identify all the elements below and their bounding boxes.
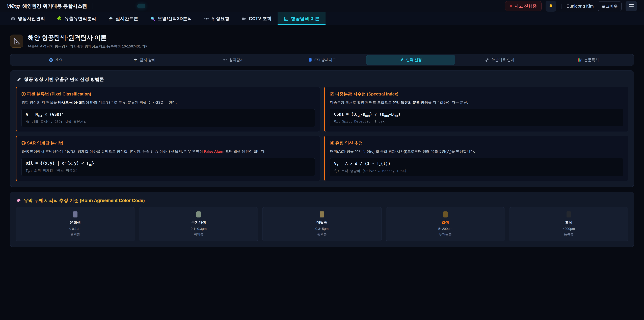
tab-label: 영상사진관리 [18,16,45,22]
theory-tab[interactable]: 면적 산정 [366,55,455,65]
subnav-tab[interactable]: 영상사진관리 [4,13,51,25]
subnav-tab[interactable]: CCTV 조회 [236,13,278,25]
subnav-tab[interactable]: 오염/선박3D분석 [144,13,198,25]
method-card: ④ 유량 역산 추정 면적(A)과 평균 유막 두께(d) 및 풍화 경과 시간… [324,136,628,181]
nav-item[interactable] [128,4,136,9]
methods-heading: 항공 영상 기반 유출유 면적 산정 방법론 [16,76,628,82]
palette-icon [16,198,21,203]
status-dot-icon [510,5,512,7]
pencil-icon [16,77,21,82]
formula-caption: Oil Spill Detection Index [334,119,619,123]
tab-icon [242,16,246,21]
formula: V0 = A × d / (1 - fe(t)) [334,161,619,167]
method-title: ④ 유량 역산 추정 [330,140,623,146]
theory-tab[interactable]: 탐지 장비 [100,55,189,65]
nav-item[interactable] [98,4,106,9]
theory-tab[interactable]: 논문특허 [544,55,633,65]
tab-icon [49,58,53,62]
layer-label: 두꺼운층 [388,232,503,237]
formula: Oil = {(x,y) | σ°(x,y) < Tth} [26,161,310,166]
formula-caption: N: 기름 픽셀수, GSD: 지상 표본거리 [26,120,310,124]
tab-icon [10,16,16,21]
tab-label: 탐지 장비 [140,57,156,62]
bonn-heading-text: 유막 두께 시각적 추정 기준 (Bonn Agreement Color Co… [24,197,145,204]
topbar: Wing 해양환경 위기대응 통합시스템 사고 진행중 Eunjeong Kim… [0,0,644,13]
theory-tab[interactable]: 확산예측 연계 [455,55,544,65]
page-subtitle: 유출유 원격탐지·항공감시 기법·ESI 방제정보지도·등록특허 10-1567… [28,44,149,49]
incident-status-label: 사고 진행중 [514,3,537,9]
method-cards: ① 픽셀 분류법 (Pixel Classification) 광학 영상의 각… [16,87,628,181]
logo-mark: Wing [7,3,20,10]
sub-nav: 영상사진관리 유출유면적분석 실시간드론 오염/선박3D분석 위성요청 CCTV… [0,13,644,25]
tab-icon [57,16,62,21]
nav-item[interactable] [157,4,165,9]
tab-label: 유출유면적분석 [64,16,96,22]
formula-caption: fe: 누적 증발비 (Stiver & Mackay 1984) [334,169,619,173]
tab-label: 항공탐색 이론 [291,16,320,22]
theory-tab[interactable]: 개요 [11,55,100,65]
thickness-card: 갈색 5~200μm 두꺼운층 [386,207,505,241]
menu-button[interactable] [626,1,637,12]
logout-button[interactable]: 로그아웃 [598,2,622,11]
tab-label: 실시간드론 [116,16,138,22]
notifications-button[interactable] [546,1,556,12]
subnav-tab[interactable]: 항공탐색 이론 [278,13,326,25]
main-nav [98,4,180,9]
color-swatch [320,211,324,217]
tab-icon [108,16,113,21]
color-name: 갈색 [388,220,503,225]
tab-label: CCTV 조회 [249,16,272,22]
theory-tab[interactable]: ESI 방제지도 [278,55,366,65]
tab-icon [150,16,155,21]
thickness-range: 0.1~0.3μm [141,227,256,231]
formula: A = Noil × (GSD)2 [26,112,310,117]
app-logo: Wing 해양환경 위기대응 통합시스템 [7,3,87,10]
tab-label: 오염/선박3D분석 [158,16,192,22]
method-description: 면적(A)과 평균 유막 두께(d) 및 풍화 경과 시간(t)으로부터 원래 … [330,149,623,155]
subnav-tab[interactable]: 위성요청 [198,13,236,25]
layer-label: 농축층 [511,232,626,237]
nav-item[interactable] [108,4,116,9]
formula-caption: Tth: 최적 임계값 (국소 적응형) [26,168,310,173]
thickness-range: 0.3~5μm [264,227,380,231]
color-swatch [73,211,78,217]
set-square-icon [13,37,20,45]
tab-icon [284,16,289,21]
nav-item[interactable] [172,4,180,9]
tab-label: 면적 산정 [406,57,422,62]
divider [92,3,93,9]
tab-label: 확산예측 연계 [491,57,514,62]
formula-box: OSDI = (BNIR-BRed) / (BNIR+BRed) Oil Spi… [330,109,623,126]
tab-icon [400,58,404,62]
nav-item[interactable] [118,4,126,9]
nav-item[interactable] [147,4,155,9]
tab-icon [204,16,209,21]
tab-label: 개요 [55,57,62,62]
subnav-tab[interactable]: 실시간드론 [102,13,144,25]
methods-heading-text: 항공 영상 기반 유출유 면적 산정 방법론 [24,76,104,82]
page-title: 해양 항공탐색·원격탐사 이론 [28,34,149,42]
method-description: 광학 영상의 각 픽셀을 반사도·색상·질감에 따라 기름/해수로 분류. 분류… [22,100,315,105]
divider [561,4,562,9]
color-swatch [443,211,448,217]
formula-box: A = Noil × (GSD)2 N: 기름 픽셀수, GSD: 지상 표본거… [22,109,315,127]
theory-tabs: 개요 탐지 장비 원격탐사 ESI 방제지도 면적 산정 확산예측 연계 논문특… [10,54,634,66]
color-name: 흑색 [511,220,626,225]
app-title: 해양환경 위기대응 통합시스템 [22,3,87,10]
subnav-tab[interactable]: 유출유면적분석 [51,13,102,25]
method-description: 다중분광 센서로 촬영한 밴드 조합으로 유막 특유의 분광 반응을 지수화하여… [330,100,623,105]
method-title: ③ SAR 임계값 분리법 [22,140,315,146]
page-header: 해양 항공탐색·원격탐사 이론 유출유 원격탐지·항공감시 기법·ESI 방제정… [10,34,634,49]
color-swatch [566,211,571,217]
thickness-card: 은회색 < 0.1μm 광택층 [16,207,135,241]
thickness-card: 무지개색 0.1~0.3μm 박막층 [139,207,258,241]
nav-item[interactable] [137,4,146,9]
tab-label: ESI 방제지도 [314,57,336,62]
layer-label: 광택층 [264,232,380,237]
tab-icon [133,58,138,62]
theory-tab[interactable]: 원격탐사 [189,55,278,65]
tab-icon [223,58,227,62]
tab-icon [485,58,489,62]
user-name: Eunjeong Kim [566,4,594,9]
method-title: ① 픽셀 분류법 (Pixel Classification) [22,91,315,97]
